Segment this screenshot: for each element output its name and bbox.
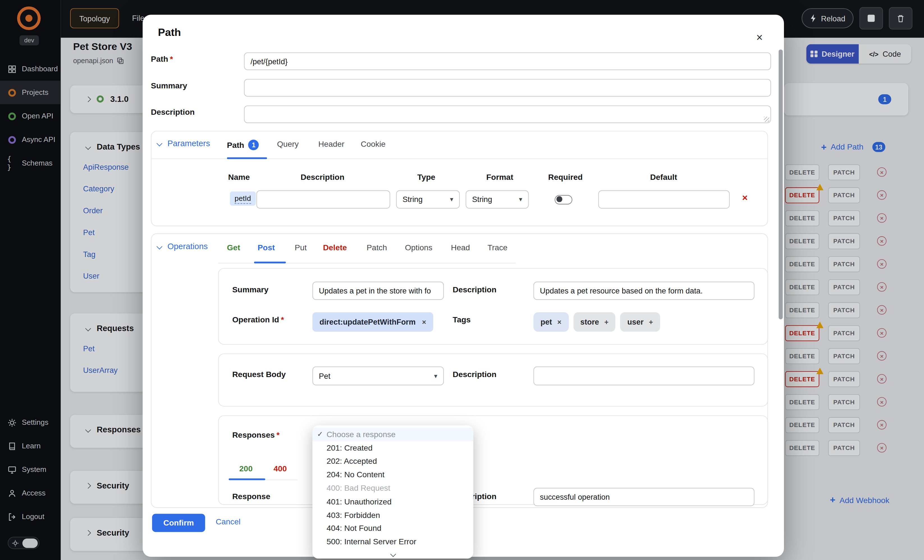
tab-param-path[interactable]: Path 1 xyxy=(227,140,259,150)
dropdown-item-201[interactable]: 201: Created xyxy=(312,441,473,455)
request-body-description-label: Description xyxy=(453,370,496,379)
scroll-down-chevron-icon[interactable] xyxy=(390,551,396,557)
description-input[interactable] xyxy=(244,105,771,123)
tab-op-head[interactable]: Head xyxy=(451,243,470,252)
response-dropdown: ✓ Choose a response 201: Created 202: Ac… xyxy=(312,425,473,559)
op-summary-card xyxy=(218,268,768,344)
dropdown-item-placeholder[interactable]: ✓ Choose a response xyxy=(312,428,473,441)
parameters-title: Parameters xyxy=(167,138,210,148)
modal-title: Path xyxy=(158,26,181,39)
param-type-select[interactable]: String▾ xyxy=(396,190,460,208)
op-description-input[interactable] xyxy=(533,281,754,300)
tab-response-200[interactable]: 200 xyxy=(239,464,253,473)
remove-operation-id-icon[interactable]: × xyxy=(422,318,426,326)
responses-label: Responses* xyxy=(232,431,279,440)
operation-id-chip: direct:updatePetWithForm × xyxy=(312,312,433,332)
param-description-input[interactable] xyxy=(256,190,390,208)
operations-title: Operations xyxy=(167,241,208,251)
operations-expander[interactable]: Operations xyxy=(158,241,208,251)
col-format: Format xyxy=(486,172,513,181)
active-op-underline xyxy=(254,262,286,263)
request-body-label: Request Body xyxy=(232,370,286,379)
tag-chip-user[interactable]: user+ xyxy=(620,312,660,332)
required-mark: * xyxy=(281,315,284,324)
summary-input[interactable] xyxy=(244,79,771,96)
request-body-description-input[interactable] xyxy=(533,367,754,385)
path-tab-count-badge: 1 xyxy=(248,140,259,150)
param-default-input[interactable] xyxy=(598,190,730,208)
tab-op-delete[interactable]: Delete xyxy=(323,243,347,252)
tags-row: pet× store+ user+ xyxy=(533,312,660,332)
tab-op-patch[interactable]: Patch xyxy=(367,243,387,252)
modal-scrollbar[interactable] xyxy=(778,49,783,319)
op-summary-input[interactable] xyxy=(312,281,444,300)
parameters-expander[interactable]: Parameters xyxy=(158,138,210,148)
resize-handle[interactable] xyxy=(764,117,770,122)
chevron-down-icon xyxy=(157,140,162,146)
dropdown-item-401[interactable]: 401: Unauthorized xyxy=(312,495,473,508)
tag-chip-store[interactable]: store+ xyxy=(573,312,615,332)
confirm-button[interactable]: Confirm xyxy=(152,514,205,532)
response-label: Response xyxy=(232,492,270,501)
remove-param-icon[interactable]: × xyxy=(742,193,748,203)
op-summary-label: Summary xyxy=(232,285,268,294)
required-mark: * xyxy=(276,431,279,440)
col-type: Type xyxy=(417,172,435,181)
remove-tag-icon[interactable]: × xyxy=(557,318,562,326)
dropdown-item-202[interactable]: 202: Accepted xyxy=(312,455,473,468)
tab-op-trace[interactable]: Trace xyxy=(488,243,507,252)
response-description-input[interactable] xyxy=(533,488,754,506)
dropdown-item-403[interactable]: 403: Forbidden xyxy=(312,508,473,522)
required-mark: * xyxy=(170,55,173,64)
col-default: Default xyxy=(650,172,677,181)
check-icon: ✓ xyxy=(317,430,323,439)
add-tag-icon[interactable]: + xyxy=(604,318,609,326)
tab-param-query[interactable]: Query xyxy=(277,140,298,148)
tab-op-options[interactable]: Options xyxy=(405,243,432,252)
description-field-label: Description xyxy=(151,108,195,117)
chevron-down-icon xyxy=(157,243,162,249)
tab-op-put[interactable]: Put xyxy=(295,243,307,252)
active-tab-underline xyxy=(227,157,267,159)
col-name: Name xyxy=(228,172,250,181)
param-required-toggle[interactable] xyxy=(555,195,572,205)
dropdown-item-400[interactable]: 400: Bad Request xyxy=(312,481,473,495)
tab-param-header[interactable]: Header xyxy=(318,140,344,148)
col-required: Required xyxy=(548,172,583,181)
path-input[interactable] xyxy=(244,52,771,70)
request-body-select[interactable]: Pet▾ xyxy=(312,367,444,385)
param-name-chip[interactable]: petId xyxy=(230,191,256,205)
path-field-label: Path* xyxy=(151,55,173,64)
add-tag-icon[interactable]: + xyxy=(649,318,653,326)
tags-label: Tags xyxy=(453,315,471,324)
op-description-label: Description xyxy=(453,285,496,294)
tab-response-400[interactable]: 400 xyxy=(273,464,286,473)
path-modal: Path × Path* Summary Description Paramet… xyxy=(142,15,784,557)
caret-down-icon: ▾ xyxy=(519,196,522,203)
dropdown-item-404[interactable]: 404: Not Found xyxy=(312,522,473,535)
cancel-button[interactable]: Cancel xyxy=(216,517,240,526)
col-description: Description xyxy=(301,172,344,181)
summary-field-label: Summary xyxy=(151,81,187,90)
caret-down-icon: ▾ xyxy=(450,196,453,203)
operation-id-label: Operation Id* xyxy=(232,315,284,324)
tag-chip-pet[interactable]: pet× xyxy=(533,312,568,332)
tab-op-post[interactable]: Post xyxy=(258,243,275,252)
app-root: dev Dashboard Projects Open API Async AP… xyxy=(0,0,924,560)
tab-op-get[interactable]: Get xyxy=(227,243,240,252)
close-icon[interactable]: × xyxy=(756,31,763,44)
dropdown-item-204[interactable]: 204: No Content xyxy=(312,468,473,481)
param-format-select[interactable]: String▾ xyxy=(466,190,529,208)
active-response-underline xyxy=(229,478,265,480)
caret-down-icon: ▾ xyxy=(434,372,438,380)
dropdown-item-500[interactable]: 500: Internal Server Error xyxy=(312,535,473,549)
tab-param-cookie[interactable]: Cookie xyxy=(361,140,386,148)
